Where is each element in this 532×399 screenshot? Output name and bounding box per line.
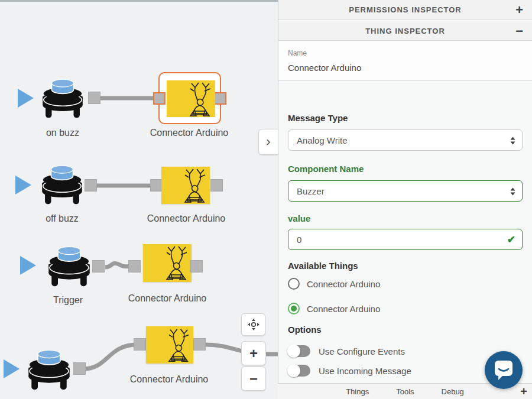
add-tab-icon[interactable]: + <box>520 385 527 398</box>
node-connector-arduino[interactable] <box>146 326 193 364</box>
valid-check-icon: ✔ <box>507 233 515 246</box>
permissions-inspector-header[interactable]: PERMISSIONS INSPECTOR + <box>278 0 532 20</box>
play-triangle-icon[interactable] <box>20 256 36 275</box>
node-label: off buzz <box>35 213 89 224</box>
output-port[interactable] <box>193 338 206 351</box>
tab-debug[interactable]: Debug <box>442 387 464 396</box>
node-label: Connector Arduino <box>148 128 231 138</box>
buzzer-icon[interactable] <box>44 245 95 290</box>
value-input[interactable] <box>288 229 523 250</box>
output-port[interactable] <box>214 92 226 105</box>
toggle-row-use-configure-events: Use Configure Events <box>288 345 523 357</box>
node-label: Connector Arduino <box>126 293 209 304</box>
panel-expand-button[interactable]: › <box>258 129 278 155</box>
output-port[interactable] <box>85 179 97 192</box>
thing-inspector-title: THING INSPECTOR <box>365 27 445 35</box>
radio-icon[interactable] <box>288 278 300 290</box>
radio-option-connector-arduino-1[interactable]: Connector Arduino <box>288 277 523 290</box>
radio-selected-icon[interactable] <box>288 303 300 314</box>
node-label: Trigger <box>41 295 95 306</box>
radio-option-label: Connector Arduino <box>307 304 380 314</box>
node-connector-arduino[interactable] <box>161 167 210 204</box>
output-port[interactable] <box>190 260 203 273</box>
output-port[interactable] <box>210 179 223 192</box>
wire <box>84 345 137 369</box>
tab-tools[interactable]: Tools <box>396 387 414 396</box>
message-type-value: Analog Write <box>297 135 348 145</box>
node-label: Connector Arduino <box>145 213 228 224</box>
name-label: Name <box>288 49 523 57</box>
input-port[interactable] <box>153 92 166 105</box>
buzzer-icon[interactable] <box>37 164 87 207</box>
deer-icon <box>146 326 193 363</box>
buzzer-icon[interactable] <box>24 348 74 393</box>
play-triangle-icon[interactable] <box>18 89 34 108</box>
select-arrows-icon <box>510 187 516 198</box>
deer-icon <box>161 167 210 203</box>
toggle-label: Use Configure Events <box>319 346 405 356</box>
inspector-panel: PERMISSIONS INSPECTOR + THING INSPECTOR … <box>278 0 532 399</box>
select-arrows-icon <box>510 136 516 147</box>
canvas-top-border <box>0 0 278 2</box>
node-connector-arduino[interactable] <box>143 244 192 282</box>
thing-inspector-body: Name Connector Arduino Message Type Anal… <box>278 41 532 383</box>
toggle-switch[interactable] <box>288 345 310 357</box>
permissions-inspector-title: PERMISSIONS INSPECTOR <box>349 5 462 14</box>
component-name-select[interactable]: Buzzer <box>288 180 523 202</box>
component-name-label: Component Name <box>288 164 523 174</box>
flow-canvas[interactable]: on buzz Connector Arduino <box>0 0 278 399</box>
zoom-out-button[interactable]: − <box>241 366 266 391</box>
expand-section-icon[interactable]: + <box>515 0 524 20</box>
input-port[interactable] <box>150 179 163 192</box>
message-type-label: Message Type <box>288 113 523 123</box>
toggle-switch[interactable] <box>288 365 310 377</box>
value-label: value <box>288 213 523 223</box>
chevron-right-icon: › <box>266 134 270 150</box>
toggle-label: Use Incoming Message <box>319 366 411 376</box>
chat-bubble-icon <box>494 359 514 381</box>
node-label: on buzz <box>35 128 90 138</box>
pan-button[interactable] <box>241 313 265 336</box>
chat-widget-button[interactable] <box>485 351 523 389</box>
name-field-block: Name Connector Arduino <box>278 41 532 81</box>
arduino-node-body <box>167 80 215 117</box>
message-type-select[interactable]: Analog Write <box>288 129 523 151</box>
deer-icon <box>143 244 192 281</box>
collapse-section-icon[interactable]: − <box>515 21 524 41</box>
play-triangle-icon[interactable] <box>15 176 31 194</box>
input-port[interactable] <box>134 338 146 351</box>
radio-option-connector-arduino-2[interactable]: Connector Arduino <box>288 302 523 315</box>
deer-icon <box>167 80 215 117</box>
tab-things[interactable]: Things <box>346 387 369 396</box>
move-crosshair-icon <box>247 318 260 331</box>
buzzer-icon[interactable] <box>38 77 87 121</box>
output-port[interactable] <box>88 92 100 104</box>
options-label: Options <box>288 325 523 335</box>
name-value-field[interactable]: Connector Arduino <box>288 63 523 75</box>
thing-inspector-header[interactable]: THING INSPECTOR − <box>278 21 532 41</box>
value-field-wrapper: ✔ <box>288 229 523 250</box>
output-port[interactable] <box>73 362 86 375</box>
node-label: Connector Arduino <box>128 374 210 385</box>
node-connector-arduino-selected[interactable] <box>158 72 221 124</box>
app-window: on buzz Connector Arduino <box>0 0 532 399</box>
available-things-label: Available Things <box>288 261 523 271</box>
radio-option-label: Connector Arduino <box>307 279 380 289</box>
play-triangle-icon[interactable] <box>4 359 20 378</box>
output-port[interactable] <box>92 260 105 273</box>
input-port[interactable] <box>128 260 141 273</box>
component-name-value: Buzzer <box>297 186 325 196</box>
zoom-in-button[interactable]: + <box>241 341 266 365</box>
